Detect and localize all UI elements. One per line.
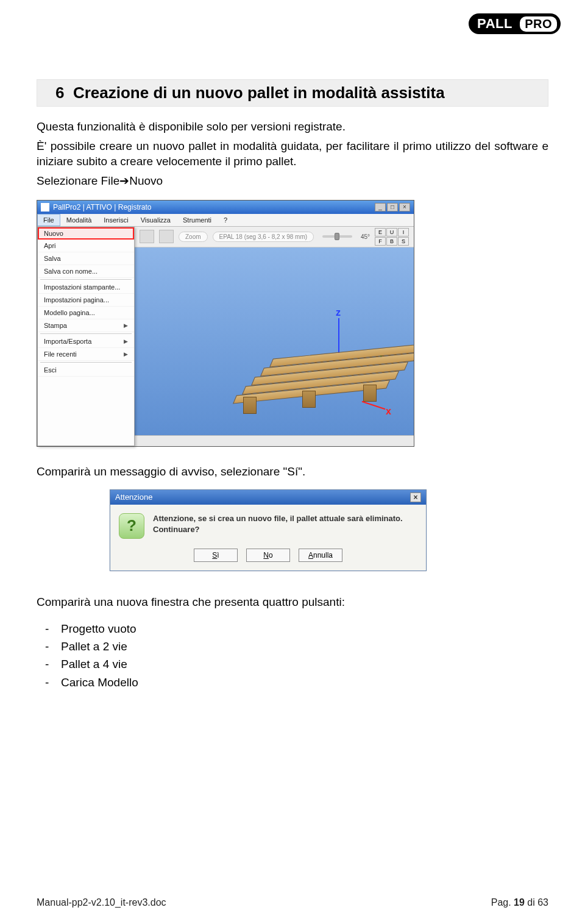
mid-paragraph: Comparirà un messaggio di avviso, selezi… xyxy=(37,465,548,478)
dialog-titlebar: Attenzione × xyxy=(110,490,426,505)
menu-item-salva[interactable]: Salva xyxy=(38,252,134,265)
options-intro: Comparirà una nuova finestra che present… xyxy=(37,595,548,609)
pallet-3d-model: z y x xyxy=(226,302,409,424)
view-btn-e[interactable]: E xyxy=(375,228,386,236)
menu-item-file-recenti[interactable]: File recenti▶ xyxy=(38,348,134,361)
chevron-right-icon: ▶ xyxy=(124,351,128,357)
dialog-message: Attenzione, se si crea un nuovo file, il… xyxy=(153,513,403,535)
dialog-cancel-button[interactable]: Annulla xyxy=(299,549,342,562)
app-title-text: PallPro2 | ATTIVO | Registrato xyxy=(53,203,151,211)
option-item: Progetto vuoto xyxy=(61,620,548,638)
options-list: Progetto vuoto Pallet a 2 vie Pallet a 4… xyxy=(37,620,548,692)
footer-docname: Manual-pp2-v2.10_it-rev3.doc xyxy=(37,897,166,908)
menu-help[interactable]: ? xyxy=(218,214,233,226)
brand-left: PALL xyxy=(477,16,512,31)
footer-page: Pag. 19 di 63 xyxy=(491,897,548,908)
pallet-block xyxy=(243,397,257,414)
menu-item-esci[interactable]: Esci xyxy=(38,364,134,377)
menu-item-imp-stampante[interactable]: Impostazioni stampante... xyxy=(38,281,134,294)
option-item: Pallet a 2 vie xyxy=(61,638,548,655)
app-window: PallPro2 | ATTIVO | Registrato _ □ × Fil… xyxy=(37,200,414,447)
menu-item-stampa[interactable]: Stampa▶ xyxy=(38,319,134,332)
axis-x-label: x xyxy=(386,406,391,417)
menu-item-importa-esporta[interactable]: Importa/Esporta▶ xyxy=(38,335,134,348)
view-btn-i[interactable]: I xyxy=(398,228,409,236)
chevron-right-icon: ▶ xyxy=(124,322,128,329)
menu-item-imp-pagina[interactable]: Impostazioni pagina... xyxy=(38,294,134,307)
menu-file[interactable]: File xyxy=(37,214,60,226)
view-btn-f[interactable]: F xyxy=(375,237,386,246)
angle-slider[interactable] xyxy=(322,235,352,238)
option-item: Pallet a 4 vie xyxy=(61,655,548,673)
intro-p3: Selezionare File➔Nuovo xyxy=(37,173,548,189)
section-heading: 6 Creazione di un nuovo pallet in modali… xyxy=(37,79,548,107)
dialog-no-button[interactable]: No xyxy=(246,549,290,562)
question-icon: ? xyxy=(119,513,144,539)
toolbar: Zoom EPAL 18 (seg 3,6 - 8,2 x 98 mm) 45°… xyxy=(135,227,414,247)
dialog-line2: Continuare? xyxy=(153,524,403,535)
intro-p2: È' possibile creare un nuovo pallet in m… xyxy=(37,138,548,169)
menu-item-salva-con-nome[interactable]: Salva con nome... xyxy=(38,265,134,278)
angle-value: 45° xyxy=(361,233,370,240)
dialog-close-button[interactable]: × xyxy=(410,492,421,502)
menu-separator xyxy=(40,362,132,363)
toolbar-button[interactable] xyxy=(159,230,174,243)
menu-separator xyxy=(40,279,132,280)
menu-inserisci[interactable]: Inserisci xyxy=(98,214,134,226)
menu-modalita[interactable]: Modalità xyxy=(60,214,98,226)
menu-item-modello-pagina[interactable]: Modello pagina... xyxy=(38,307,134,319)
maximize-button[interactable]: □ xyxy=(387,203,398,211)
3d-viewport[interactable]: z y x xyxy=(135,247,414,435)
dialog-line1: Attenzione, se si crea un nuovo file, il… xyxy=(153,513,403,524)
menu-item-nuovo[interactable]: Nuovo xyxy=(38,227,134,240)
pallet-block xyxy=(363,385,377,402)
menu-visualizza[interactable]: Visualizza xyxy=(135,214,177,226)
view-btn-b[interactable]: B xyxy=(386,237,397,246)
menu-strumenti[interactable]: Strumenti xyxy=(177,214,218,226)
toolbar-button[interactable] xyxy=(140,230,154,243)
workarea: Zoom EPAL 18 (seg 3,6 - 8,2 x 98 mm) 45°… xyxy=(135,227,414,446)
zoom-label[interactable]: Zoom xyxy=(179,232,208,242)
view-buttons: E U I F B S xyxy=(375,228,409,246)
pallet-block xyxy=(302,391,316,408)
statusbar xyxy=(135,435,414,446)
intro-p1: Questa funzionalità è disponibile solo p… xyxy=(37,119,548,135)
menu-item-apri[interactable]: Apri xyxy=(38,240,134,252)
close-button[interactable]: × xyxy=(399,203,410,211)
option-item: Carica Modello xyxy=(61,673,548,691)
brand-logo: PALL PRO xyxy=(469,13,561,34)
menu-separator xyxy=(40,333,132,334)
slider-thumb[interactable] xyxy=(335,233,339,240)
minimize-button[interactable]: _ xyxy=(375,203,386,211)
dialog-title: Attenzione xyxy=(115,492,152,502)
brand-right: PRO xyxy=(520,16,557,32)
dialog-yes-button[interactable]: Sì xyxy=(194,549,238,562)
chevron-right-icon: ▶ xyxy=(124,338,128,344)
warning-dialog: Attenzione × ? Attenzione, se si crea un… xyxy=(110,489,427,571)
axis-z-label: z xyxy=(336,307,341,318)
app-titlebar: PallPro2 | ATTIVO | Registrato _ □ × xyxy=(37,201,414,214)
app-icon xyxy=(41,203,49,211)
wood-selector[interactable]: EPAL 18 (seg 3,6 - 8,2 x 98 mm) xyxy=(213,232,314,242)
menubar: File Modalità Inserisci Visualizza Strum… xyxy=(37,214,414,227)
view-btn-u[interactable]: U xyxy=(386,228,397,236)
page-footer: Manual-pp2-v2.10_it-rev3.doc Pag. 19 di … xyxy=(37,897,548,908)
file-dropdown: Nuovo Apri Salva Salva con nome... Impos… xyxy=(37,227,135,446)
view-btn-s[interactable]: S xyxy=(398,237,409,246)
